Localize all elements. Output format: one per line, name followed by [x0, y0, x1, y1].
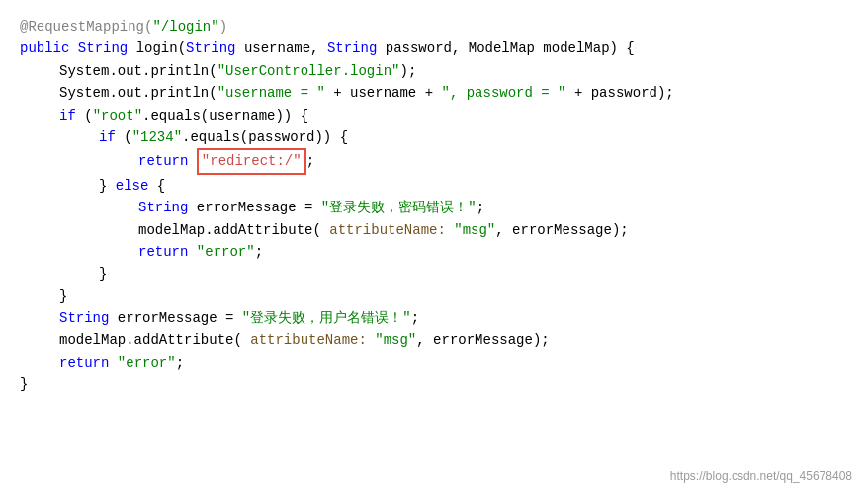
close-brace3: } [59, 286, 67, 307]
sp [188, 241, 196, 263]
kw-if1: if [59, 105, 76, 126]
annotation-close: ) [219, 16, 227, 38]
close-brace1: } [99, 175, 116, 197]
equals2: .equals(password)) { [182, 126, 348, 148]
semicolon4: ; [411, 307, 419, 329]
sp [109, 352, 117, 373]
str-root: "root" [93, 105, 142, 126]
kw-string: String [78, 38, 128, 59]
sp [69, 38, 77, 59]
comma2: , errorMessage); [416, 329, 549, 351]
watermark: https://blog.csdn.net/qq_45678408 [670, 467, 852, 486]
code-line-7: return "redirect:/"; [20, 148, 848, 174]
attr-name1: attributeName: [329, 219, 446, 241]
sp: username, [235, 38, 326, 59]
annotation-at: @ [20, 16, 28, 38]
str-username: "username = " [217, 82, 325, 104]
sp [446, 219, 454, 241]
plus2: + password); [566, 82, 674, 104]
kw-public: public [20, 38, 69, 59]
code-line-9: String errorMessage = "登录失败，密码错误！"; [20, 197, 848, 218]
annotation-value: "/login" [152, 16, 218, 38]
str-user-error: "登录失败，用户名错误！" [242, 307, 411, 329]
str-msg2: "msg" [375, 329, 416, 351]
code-line-14: String errorMessage = "登录失败，用户名错误！"; [20, 307, 848, 329]
sp: errorMessage = [188, 197, 320, 218]
comma1: , errorMessage); [495, 219, 628, 241]
semicolon3: ; [255, 241, 263, 263]
close-brace2: } [99, 263, 107, 285]
sp [367, 329, 375, 351]
equals1: .equals(username)) { [142, 105, 308, 126]
code-line-12: } [20, 263, 848, 285]
sp [188, 150, 196, 172]
code-line-10: modelMap.addAttribute( attributeName: "m… [20, 219, 848, 241]
code-line-2: public String login(String username, Str… [20, 38, 848, 59]
code-line-1: @RequestMapping("/login") [20, 16, 848, 38]
sp: password, ModelMap modelMap) { [377, 38, 634, 59]
str-msg1: "msg" [454, 219, 495, 241]
kw-return3: return [59, 352, 109, 373]
kw-else: else [116, 175, 149, 197]
code-line-5: if ("root".equals(username)) { [20, 105, 848, 126]
str-password: ", password = " [441, 82, 565, 104]
code-line-8: } else { [20, 175, 848, 197]
kw-string4: String [138, 197, 188, 218]
plus1: + username + [325, 82, 442, 104]
str-1234: "1234" [132, 126, 182, 148]
semicolon1: ; [306, 150, 314, 172]
kw-string2: String [186, 38, 235, 59]
close-brace-final: } [20, 373, 28, 395]
str-pwd-error: "登录失败，密码错误！" [321, 197, 477, 218]
sp: errorMessage = [109, 307, 241, 329]
modelmap2: modelMap.addAttribute( [59, 329, 250, 351]
code-line-3: System.out.println("UserController.login… [20, 60, 848, 82]
attr-name2: attributeName: [250, 329, 367, 351]
sp: login( [128, 38, 186, 59]
kw-string5: String [59, 307, 109, 329]
sp: { [148, 175, 165, 197]
str-error1: "error" [197, 241, 255, 263]
code-line-15: modelMap.addAttribute( attributeName: "m… [20, 329, 848, 351]
kw-string3: String [327, 38, 377, 59]
code-line-16: return "error"; [20, 352, 848, 373]
code-line-17: } [20, 373, 848, 395]
str-error2: "error" [118, 352, 176, 373]
annotation-name: RequestMapping( [28, 16, 152, 38]
semicolon5: ; [176, 352, 184, 373]
code-line-11: return "error"; [20, 241, 848, 263]
close-paren: ); [399, 60, 416, 82]
kw-return2: return [138, 241, 188, 263]
code-line-13: } [20, 286, 848, 307]
modelmap1: modelMap.addAttribute( [138, 219, 329, 241]
sp: ( [116, 126, 132, 148]
semicolon2: ; [477, 197, 484, 218]
sysout2: System.out.println( [59, 82, 217, 104]
sysout: System.out.println( [59, 60, 217, 82]
str-uclogin: "UserController.login" [217, 60, 400, 82]
sp: ( [76, 105, 93, 126]
code-line-4: System.out.println("username = " + usern… [20, 82, 848, 104]
kw-if2: if [99, 126, 116, 148]
code-line-6: if ("1234".equals(password)) { [20, 126, 848, 148]
str-redirect-highlighted: "redirect:/" [197, 148, 306, 174]
kw-return1: return [138, 150, 188, 172]
code-container: @RequestMapping("/login") public String … [0, 0, 868, 494]
